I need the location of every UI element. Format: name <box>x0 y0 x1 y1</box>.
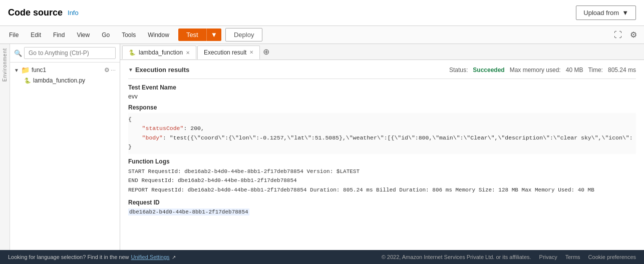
test-button-group: Test ▼ <box>178 28 221 41</box>
response-code: { "statusCode": 200, "body": "test({\"co… <box>128 113 636 154</box>
menu-window[interactable]: Window <box>143 30 174 40</box>
response-label: Response <box>128 104 636 111</box>
test-event-name-label: Test Event Name <box>128 84 636 91</box>
function-logs-label: Function Logs <box>128 158 636 165</box>
search-icon: 🔍 <box>14 50 22 57</box>
log-line-2: END RequestId: dbe16ab2-b4d0-44be-8bb1-2… <box>128 176 636 186</box>
menu-tools[interactable]: Tools <box>117 30 141 40</box>
tab-exec-label: Execution result <box>204 49 246 56</box>
folder-name: func1 <box>32 66 46 74</box>
footer: Looking for language selection? Find it … <box>0 250 644 264</box>
footer-left: Looking for language selection? Find it … <box>8 254 176 260</box>
header-left: Code source Info <box>8 8 79 18</box>
memory-value: 40 MB <box>566 66 583 74</box>
tab-lambda-function[interactable]: 🐍 lambda_function ✕ <box>122 46 196 59</box>
environment-label: Environment <box>2 48 8 82</box>
response-section: Response { "statusCode": 200, "body": "t… <box>128 104 636 154</box>
cookie-preferences-link[interactable]: Cookie preferences <box>588 254 636 260</box>
test-dropdown-button[interactable]: ▼ <box>206 28 221 41</box>
copyright-text: © 2022, Amazon Internet Services Private… <box>382 254 531 260</box>
status-label: Status: <box>449 66 468 74</box>
file-tree: ▼ 📁 func1 ⚙ ⋯ 🐍 lambda_function.py <box>10 62 120 250</box>
content-panel: ▼ Execution results Status: Succeeded Ma… <box>120 60 644 250</box>
privacy-link[interactable]: Privacy <box>539 254 557 260</box>
unified-settings-link[interactable]: Unified Settings <box>131 254 170 260</box>
settings-button[interactable]: ⚙ <box>627 28 640 42</box>
tab-lambda-label: lambda_function <box>139 49 183 56</box>
request-id-label: Request ID <box>128 199 636 206</box>
python-file-icon: 🐍 <box>24 78 31 84</box>
page-title: Code source <box>8 8 63 18</box>
exec-results-title: Execution results <box>135 66 189 74</box>
request-id-value: dbe16ab2-b4d0-44be-8bb1-2f17deb78854 <box>128 208 249 216</box>
search-input[interactable] <box>24 47 116 59</box>
log-line-1: START RequestId: dbe16ab2-b4d0-44be-8bb1… <box>128 167 636 176</box>
sidebar: Environment 🔍 ▼ 📁 func1 <box>0 44 120 250</box>
function-logs-section: Function Logs START RequestId: dbe16ab2-… <box>128 158 636 195</box>
request-id-section: Request ID dbe16ab2-b4d0-44be-8bb1-2f17d… <box>128 199 636 216</box>
footer-lang-prompt: Looking for language selection? Find it … <box>8 254 129 260</box>
footer-right: © 2022, Amazon Internet Services Private… <box>382 254 636 260</box>
time-value: 805.24 ms <box>608 66 636 74</box>
log-line-3: REPORT RequestId: dbe16ab2-b4d0-44be-8bb… <box>128 186 636 195</box>
menu-go[interactable]: Go <box>97 30 115 40</box>
file-lambda[interactable]: 🐍 lambda_function.py <box>10 76 120 86</box>
page-header: Code source Info Upload from ▼ <box>0 0 644 26</box>
divider <box>128 78 636 79</box>
menu-edit[interactable]: Edit <box>26 30 46 40</box>
deploy-button[interactable]: Deploy <box>225 28 262 42</box>
upload-from-button[interactable]: Upload from ▼ <box>576 6 636 20</box>
folder-gear-icon[interactable]: ⚙ <box>104 66 110 74</box>
tab-file-icon: 🐍 <box>129 50 136 56</box>
test-event-name-value: evv <box>128 93 636 100</box>
file-name: lambda_function.py <box>33 77 85 84</box>
menu-file[interactable]: File <box>4 30 24 40</box>
tab-exec-close[interactable]: ✕ <box>249 50 253 55</box>
gear-icon: ⚙ <box>630 30 637 39</box>
add-tab-button[interactable]: ⊕ <box>261 47 271 56</box>
upload-from-label: Upload from <box>583 9 619 16</box>
menu-view[interactable]: View <box>72 30 95 40</box>
sidebar-inner: Environment 🔍 ▼ 📁 func1 <box>0 44 120 250</box>
tab-execution-result[interactable]: Execution result ✕ <box>197 46 260 60</box>
environment-sidebar-tab[interactable]: Environment <box>0 44 10 250</box>
main-area: Environment 🔍 ▼ 📁 func1 <box>0 44 644 250</box>
tab-bar: 🐍 lambda_function ✕ Execution result ✕ ⊕ <box>120 44 644 60</box>
status-badge: Succeeded <box>473 66 504 74</box>
terms-link[interactable]: Terms <box>565 254 580 260</box>
folder-func1[interactable]: ▼ 📁 func1 ⚙ ⋯ <box>10 64 120 76</box>
fullscreen-icon: ⛶ <box>614 30 622 39</box>
memory-label: Max memory used: <box>510 66 561 74</box>
info-link[interactable]: Info <box>68 9 79 16</box>
fullscreen-button[interactable]: ⛶ <box>611 28 625 42</box>
time-label: Time: <box>588 66 603 74</box>
expand-icon: ▼ <box>14 68 19 73</box>
menu-find[interactable]: Find <box>48 30 70 40</box>
test-button[interactable]: Test <box>178 28 206 41</box>
folder-actions-icon[interactable]: ⋯ <box>111 68 116 73</box>
upload-dropdown-icon: ▼ <box>622 9 628 16</box>
exec-collapse-icon[interactable]: ▼ <box>128 67 133 72</box>
editor-area: 🐍 lambda_function ✕ Execution result ✕ ⊕… <box>120 44 644 250</box>
toolbar: File Edit Find View Go Tools Window Test… <box>0 26 644 44</box>
external-link-icon: ↗ <box>172 254 176 260</box>
folder-icon: 📁 <box>21 66 30 74</box>
search-bar: 🔍 <box>10 44 120 62</box>
tab-lambda-close[interactable]: ✕ <box>186 50 190 56</box>
execution-results-header: ▼ Execution results Status: Succeeded Ma… <box>128 66 636 74</box>
